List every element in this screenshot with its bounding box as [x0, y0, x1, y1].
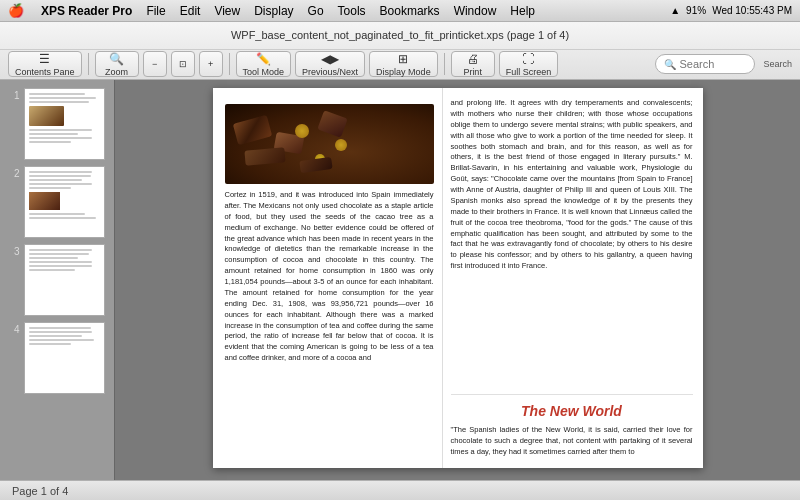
tools-menu[interactable]: Tools — [331, 4, 373, 18]
prev-next-label: Previous/Next — [302, 67, 358, 77]
doc-right-upper-text: and prolong life. It agrees with dry tem… — [451, 98, 693, 386]
display-mode-label: Display Mode — [376, 67, 431, 77]
zoom-minus-label: − — [152, 59, 157, 69]
zoom-plus-button[interactable]: + — [199, 51, 223, 77]
toolbar: WPF_base_content_not_paginated_to_fit_pr… — [0, 22, 800, 80]
fullscreen-label: Full Screen — [506, 67, 552, 77]
display-mode-icon: ⊞ — [398, 52, 408, 66]
prev-next-button[interactable]: ◀▶ Previous/Next — [295, 51, 365, 77]
print-button[interactable]: 🖨 Print — [451, 51, 495, 77]
contents-pane-label: Contents Pane — [15, 67, 75, 77]
thumbnail-page-4[interactable]: 4 — [10, 322, 105, 394]
thumbnail-page-1[interactable]: 1 — [10, 88, 105, 160]
thumb-image-3 — [24, 244, 105, 316]
thumb-num-2: 2 — [10, 168, 20, 179]
tool-mode-icon: ✏️ — [256, 52, 271, 66]
file-menu[interactable]: File — [139, 4, 172, 18]
wifi-icon: ▲ — [670, 5, 680, 16]
status-bar: Page 1 of 4 — [0, 480, 800, 500]
go-menu[interactable]: Go — [301, 4, 331, 18]
thumb-num-4: 4 — [10, 324, 20, 335]
thumbnail-page-2[interactable]: 2 — [10, 166, 105, 238]
doc-right-lower: The New World "The Spanish ladies of the… — [451, 394, 693, 458]
help-menu[interactable]: Help — [503, 4, 542, 18]
search-label: Search — [763, 59, 792, 69]
clock: Wed 10:55:43 PM — [712, 5, 792, 16]
main-area: 1 — [0, 80, 800, 480]
doc-left-text: Cortez in 1519, and it was introduced in… — [225, 190, 434, 364]
zoom-out-button[interactable]: 🔍 Zoom — [95, 51, 139, 77]
thumb-image-2 — [24, 166, 105, 238]
menu-bar: 🍎 XPS Reader Pro File Edit View Display … — [0, 0, 800, 22]
thumb-num-3: 3 — [10, 246, 20, 257]
page-indicator: Page 1 of 4 — [12, 485, 68, 497]
thumb-image-4 — [24, 322, 105, 394]
toolbar-sep-1 — [88, 53, 89, 75]
view-menu[interactable]: View — [207, 4, 247, 18]
tool-mode-button[interactable]: ✏️ Tool Mode — [236, 51, 292, 77]
search-icon: 🔍 — [664, 59, 676, 70]
search-box[interactable]: 🔍 — [655, 54, 755, 74]
edit-menu[interactable]: Edit — [173, 4, 208, 18]
thumbnail-page-3[interactable]: 3 — [10, 244, 105, 316]
toolbar-filename: WPF_base_content_not_paginated_to_fit_pr… — [8, 29, 792, 41]
fullscreen-icon: ⛶ — [522, 52, 534, 66]
print-label: Print — [463, 67, 482, 77]
toolbar-sep-3 — [444, 53, 445, 75]
bookmarks-menu[interactable]: Bookmarks — [373, 4, 447, 18]
app-name-menu[interactable]: XPS Reader Pro — [34, 4, 139, 18]
zoom-fit-button[interactable]: − — [143, 51, 167, 77]
doc-left-column: Cortez in 1519, and it was introduced in… — [213, 88, 443, 468]
contents-pane-button[interactable]: ☰ Contents Pane — [8, 51, 82, 77]
toolbar-buttons-row: ☰ Contents Pane 🔍 Zoom − ⊡ + ✏️ Tool Mod… — [0, 50, 800, 79]
toolbar-sep-2 — [229, 53, 230, 75]
zoom-fit-label: ⊡ — [179, 59, 187, 69]
print-icon: 🖨 — [467, 52, 479, 66]
search-input[interactable] — [679, 58, 759, 70]
tool-mode-label: Tool Mode — [243, 67, 285, 77]
battery-level: 91% — [686, 5, 706, 16]
thumb-image-1 — [24, 88, 105, 160]
section-heading: The New World — [451, 403, 693, 419]
zoom-in-button[interactable]: ⊡ — [171, 51, 195, 77]
zoom-out-icon: 🔍 — [109, 52, 124, 66]
contents-pane-icon: ☰ — [39, 52, 50, 66]
prev-next-icon: ◀▶ — [321, 52, 339, 66]
chocolate-image — [225, 104, 434, 184]
thumb-num-1: 1 — [10, 90, 20, 101]
display-mode-button[interactable]: ⊞ Display Mode — [369, 51, 438, 77]
document-page: Cortez in 1519, and it was introduced in… — [213, 88, 703, 468]
window-menu[interactable]: Window — [447, 4, 504, 18]
toolbar-filename-row: WPF_base_content_not_paginated_to_fit_pr… — [0, 22, 800, 50]
apple-menu[interactable]: 🍎 — [8, 3, 24, 18]
menubar-right: ▲ 91% Wed 10:55:43 PM — [670, 5, 792, 16]
page-display-area: Cortez in 1519, and it was introduced in… — [115, 80, 800, 480]
display-menu[interactable]: Display — [247, 4, 300, 18]
doc-right-column: and prolong life. It agrees with dry tem… — [443, 88, 703, 468]
section-body-text: "The Spanish ladies of the New World, it… — [451, 425, 693, 458]
zoom-label: Zoom — [105, 67, 128, 77]
zoom-plus-label: + — [208, 59, 213, 69]
thumbnail-sidebar: 1 — [0, 80, 115, 480]
fullscreen-button[interactable]: ⛶ Full Screen — [499, 51, 559, 77]
